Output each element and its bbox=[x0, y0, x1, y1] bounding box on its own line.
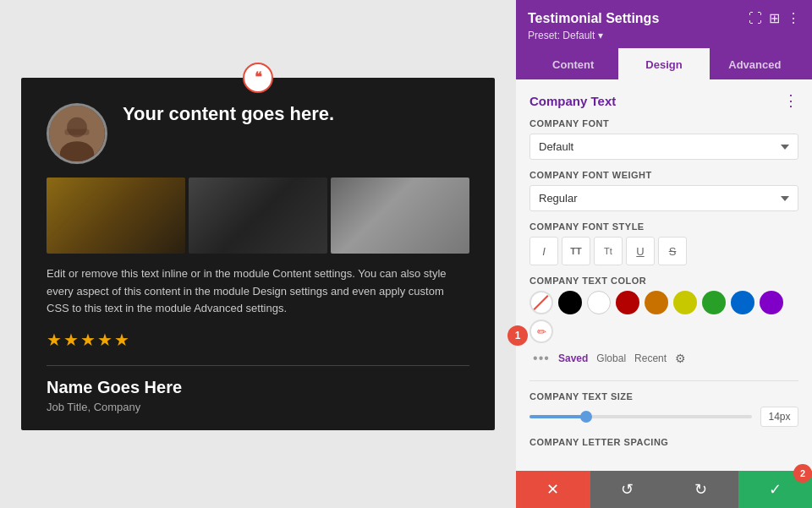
tab-design[interactable]: Design bbox=[618, 48, 709, 79]
expand-icon[interactable]: ⛶ bbox=[749, 11, 762, 26]
company-font-weight-label: Company Font Weight bbox=[529, 170, 798, 180]
section-header: Company Text ⋮ bbox=[516, 79, 812, 118]
company-font-select[interactable]: Default Arial Georgia bbox=[529, 134, 798, 160]
font-style-buttons: I TT Tt U S bbox=[529, 237, 798, 265]
color-swatch-transparent[interactable] bbox=[529, 291, 553, 314]
tab-content[interactable]: Content bbox=[528, 48, 618, 79]
color-settings-icon[interactable]: ⚙ bbox=[675, 352, 686, 365]
svg-rect-3 bbox=[64, 128, 89, 134]
company-text-size-label: Company Text Size bbox=[529, 391, 798, 401]
redo-icon: ↻ bbox=[694, 480, 707, 499]
underline-button[interactable]: U bbox=[626, 237, 655, 265]
size-row: 14px bbox=[529, 407, 798, 427]
cancel-icon: ✕ bbox=[546, 480, 559, 499]
cancel-button[interactable]: ✕ bbox=[516, 471, 590, 508]
card-images bbox=[47, 178, 469, 254]
preview-panel: ❝ Your content goes here. Edit or r bbox=[0, 0, 516, 508]
company-font-style-label: Company Font Style bbox=[529, 221, 798, 232]
badge-1: 1 bbox=[508, 325, 528, 346]
saved-tab[interactable]: Saved bbox=[558, 352, 588, 364]
panel-header: Testimonial Settings ⛶ ⊞ ⋮ Preset: Defau… bbox=[516, 0, 812, 79]
company-text-color-group: Company Text Color ✏ ••• Saved Global Re… bbox=[516, 276, 812, 380]
color-swatch-purple[interactable] bbox=[760, 291, 783, 314]
text-size-slider-wrap bbox=[529, 415, 752, 418]
color-swatch-row2: ••• Saved Global Recent ⚙ bbox=[529, 347, 798, 370]
company-font-style-group: Company Font Style I TT Tt U S bbox=[516, 221, 812, 276]
panel-title: Testimonial Settings bbox=[528, 11, 659, 26]
card-divider bbox=[47, 365, 469, 366]
undo-button[interactable]: ↺ bbox=[590, 471, 665, 508]
uppercase-button[interactable]: TT bbox=[562, 237, 590, 265]
bottom-toolbar: ✕ ↺ ↻ ✓ 2 bbox=[516, 471, 812, 508]
company-font-weight-select[interactable]: Regular Bold Light bbox=[529, 185, 798, 211]
testimonial-card: ❝ Your content goes here. Edit or r bbox=[21, 78, 495, 430]
card-image-3 bbox=[331, 178, 469, 254]
recent-tab[interactable]: Recent bbox=[634, 352, 667, 364]
company-font-weight-group: Company Font Weight Regular Bold Light bbox=[516, 170, 812, 221]
color-swatches-row: ✏ bbox=[529, 291, 798, 343]
panel-header-top: Testimonial Settings ⛶ ⊞ ⋮ bbox=[528, 10, 800, 26]
slider-fill bbox=[529, 415, 585, 418]
panel-tabs: Content Design Advanced bbox=[528, 48, 800, 79]
italic-button[interactable]: I bbox=[529, 237, 558, 265]
card-name: Name Goes Here bbox=[47, 378, 469, 397]
avatar-image bbox=[49, 103, 105, 164]
color-swatch-orange[interactable] bbox=[645, 291, 668, 314]
preset-arrow: ▾ bbox=[598, 30, 603, 41]
color-pencil-swatch[interactable]: ✏ bbox=[529, 320, 553, 343]
card-stars: ★★★★★ bbox=[47, 330, 469, 350]
color-swatch-white[interactable] bbox=[587, 291, 611, 314]
company-text-size-group: Company Text Size 14px bbox=[516, 391, 812, 437]
company-letter-spacing-group: Company Letter Spacing bbox=[516, 437, 812, 462]
strikethrough-button[interactable]: S bbox=[658, 237, 687, 265]
panel-header-icons: ⛶ ⊞ ⋮ bbox=[749, 10, 800, 26]
card-image-1 bbox=[47, 178, 185, 254]
card-body-text: Edit or remove this text inline or in th… bbox=[47, 265, 469, 318]
preset-label: Preset: Default bbox=[528, 30, 595, 41]
grid-icon[interactable]: ⊞ bbox=[769, 10, 780, 26]
company-letter-spacing-label: Company Letter Spacing bbox=[529, 437, 798, 447]
color-swatch-green[interactable] bbox=[702, 291, 726, 314]
settings-panel: Testimonial Settings ⛶ ⊞ ⋮ Preset: Defau… bbox=[516, 0, 812, 508]
card-title: Your content goes here. bbox=[123, 103, 334, 125]
badge-2: 2 bbox=[793, 464, 812, 483]
card-image-2 bbox=[189, 178, 327, 254]
color-swatch-red[interactable] bbox=[616, 291, 639, 314]
divider bbox=[529, 380, 798, 381]
section-menu-icon[interactable]: ⋮ bbox=[783, 91, 798, 110]
company-font-group: Company Font Default Arial Georgia bbox=[516, 118, 812, 170]
tab-advanced[interactable]: Advanced bbox=[710, 48, 800, 79]
undo-icon: ↺ bbox=[621, 480, 634, 499]
slider-track bbox=[529, 415, 752, 418]
more-options-icon[interactable]: ⋮ bbox=[787, 10, 800, 26]
company-text-color-label: Company Text Color bbox=[529, 276, 798, 286]
card-top: Your content goes here. bbox=[47, 103, 469, 164]
quote-icon-wrap: ❝ bbox=[243, 63, 273, 93]
color-swatch-black[interactable] bbox=[558, 291, 582, 314]
slider-thumb[interactable] bbox=[580, 411, 592, 423]
text-size-value[interactable]: 14px bbox=[760, 407, 798, 427]
quote-icon: ❝ bbox=[255, 71, 262, 85]
section-title: Company Text bbox=[529, 94, 616, 108]
save-icon: ✓ bbox=[769, 480, 782, 499]
company-font-label: Company Font bbox=[529, 118, 798, 128]
card-subtitle: Job Title, Company bbox=[47, 401, 469, 413]
saved-global-recent: Saved Global Recent ⚙ bbox=[558, 352, 686, 365]
panel-preset[interactable]: Preset: Default ▾ bbox=[528, 30, 800, 41]
avatar bbox=[47, 103, 107, 164]
color-swatch-yellow[interactable] bbox=[673, 291, 697, 314]
redo-button[interactable]: ↻ bbox=[664, 471, 738, 508]
color-swatch-blue[interactable] bbox=[731, 291, 754, 314]
global-tab[interactable]: Global bbox=[596, 352, 626, 364]
capitalize-button[interactable]: Tt bbox=[594, 237, 623, 265]
more-dots-button[interactable]: ••• bbox=[529, 347, 553, 370]
panel-content: Company Text ⋮ Company Font Default Aria… bbox=[516, 79, 812, 508]
